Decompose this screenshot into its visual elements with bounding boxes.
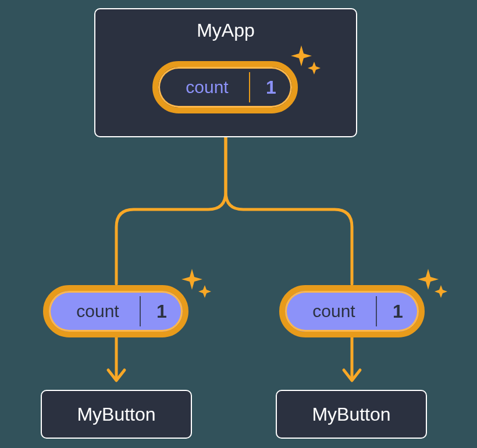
sparkle-icon [180, 269, 215, 304]
child-component-title: MyButton [77, 404, 155, 425]
sparkle-icon [417, 269, 451, 304]
props-value: 1 [377, 301, 419, 322]
props-label: count [285, 301, 376, 321]
pill-divider [140, 296, 141, 326]
child-component-box: MyButton [276, 390, 427, 439]
state-label: count [158, 77, 249, 97]
props-label: count [49, 301, 140, 321]
parent-state-pill: count 1 [152, 61, 298, 113]
pill-divider [376, 296, 377, 326]
child-component-title: MyButton [312, 404, 390, 425]
child-component-box: MyButton [41, 390, 192, 439]
child-props-pill: count 1 [279, 285, 425, 337]
parent-component-title: MyApp [197, 20, 255, 41]
state-value: 1 [250, 77, 292, 98]
sparkle-icon [290, 45, 325, 80]
child-props-pill: count 1 [43, 285, 188, 337]
props-value: 1 [141, 301, 183, 322]
